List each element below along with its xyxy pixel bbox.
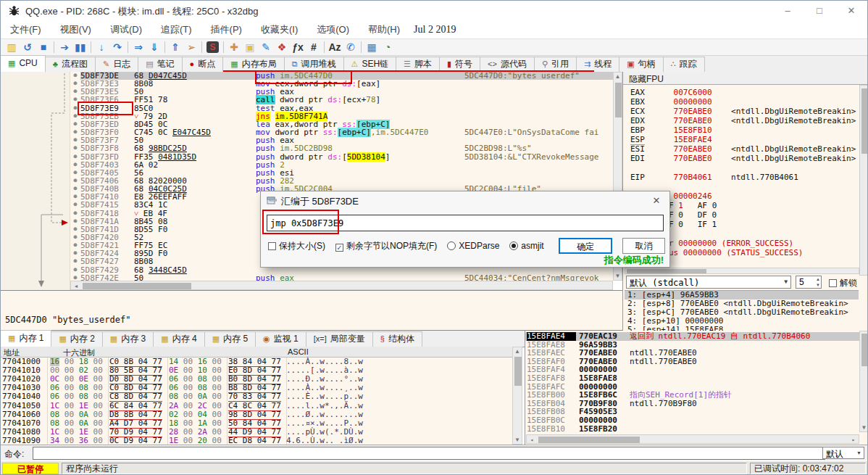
ok-button[interactable]: 确定 (559, 238, 613, 254)
modules-icon[interactable]: ✆ (343, 40, 359, 54)
xedparse-radio[interactable]: XEDParse (447, 241, 499, 251)
stack-row[interactable]: 15E8FB1015E8FB20 (525, 425, 868, 434)
step-out-icon[interactable]: ⇓ (146, 40, 162, 54)
register-line[interactable]: EDI 770EABE0 <ntdll.DbgUiRemoteBreakin> (630, 154, 859, 163)
dump-tab-内存 3[interactable]: ▦内存 3 (102, 331, 154, 347)
hash-icon[interactable]: # (306, 40, 322, 54)
register-line[interactable]: ESI 770EABE0 <ntdll.DbgUiRemoteBreakin> (630, 144, 859, 154)
breakpoint-dot-icon[interactable]: ● (70, 144, 80, 152)
tab-跟踪[interactable]: ∴跟踪 (663, 57, 705, 72)
menu-item[interactable]: 选项(O) (307, 21, 359, 38)
disasm-row[interactable]: ●5D8F73F0C745 0C E047C45Dmov dword ptr s… (70, 128, 613, 136)
dump-tab-局部变量[interactable]: [x=]局部变量 (306, 331, 373, 347)
breakpoint-dot-icon[interactable]: ● (70, 274, 80, 281)
tab-脚本[interactable]: ☰脚本 (396, 57, 440, 72)
dump-tab-结构体[interactable]: §结构体 (372, 331, 422, 347)
minimize-button[interactable]: – (772, 1, 804, 21)
menu-item[interactable]: 收藏夹(I) (251, 21, 307, 38)
breakpoint-dot-icon[interactable]: ● (70, 153, 80, 161)
register-line[interactable]: EBX 00000000 (630, 97, 859, 107)
registers-hscrollbar[interactable] (625, 268, 859, 274)
breakpoint-dot-icon[interactable]: ● (70, 104, 80, 112)
restart-icon[interactable]: ↺ (20, 40, 36, 54)
breakpoint-dot-icon[interactable]: ● (70, 241, 80, 249)
stack-hscrollbar[interactable]: ◂ ▸ (526, 434, 859, 444)
tab-源代码[interactable]: <>源代码 (480, 57, 535, 72)
breakpoint-dot-icon[interactable]: ● (70, 112, 80, 120)
stack-row[interactable]: 15E8FB0015E8FB6C指向SEH_Record[1]的指针 (525, 391, 868, 400)
breakpoint-dot-icon[interactable]: ● (70, 136, 80, 144)
register-line[interactable] (630, 163, 859, 173)
breakpoint-dot-icon[interactable]: ● (70, 120, 80, 128)
args-depth-spinner[interactable]: 5▲▼ (796, 276, 822, 289)
tab-CPU[interactable]: ▦CPU (0, 55, 46, 72)
breakpoint-dot-icon[interactable]: ● (70, 169, 80, 177)
cancel-button[interactable]: 取消 (622, 238, 665, 254)
dump-row[interactable]: 7704104006 00 08 00C8 8D 04 7708 00 0A 0… (1, 392, 512, 401)
breakpoint-dot-icon[interactable]: ● (70, 177, 80, 185)
functions-icon[interactable]: ƒx (290, 40, 306, 54)
stack-row[interactable]: 15E8FB0C00000000 (525, 416, 868, 425)
breakpoint-dot-icon[interactable]: ● (70, 210, 80, 218)
tab-句柄[interactable]: ▣句柄 (619, 57, 663, 72)
tab-SEH链[interactable]: ⚠SEH链 (343, 57, 397, 72)
dump-tab-监视 1[interactable]: ◉监视 1 (255, 331, 306, 347)
breakpoint-dot-icon[interactable]: ● (70, 161, 80, 169)
breakpoint-dot-icon[interactable]: ● (70, 266, 80, 274)
tab-调用堆栈[interactable]: ⧉调用堆栈 (284, 57, 344, 72)
register-line[interactable]: ESP 15E8FAE4 (630, 135, 859, 144)
assemble-instruction-input[interactable] (267, 215, 664, 231)
breakpoint-dot-icon[interactable]: ● (70, 257, 80, 265)
disasm-row[interactable]: ●5D8F742E50push eax5DC44034:"CenCent?nmM… (70, 274, 613, 281)
tab-笔记[interactable]: ▤笔记 (138, 57, 182, 72)
menu-item[interactable]: 插件(P) (201, 21, 251, 38)
stack-pane[interactable]: 15E8FAE4770EAC19返回到 ntdll.770EAC19 自 ntd… (525, 331, 868, 445)
maximize-button[interactable]: □ (804, 1, 835, 21)
step-over-icon[interactable]: ↷ (109, 40, 125, 54)
register-line[interactable]: EIP 770B4061 ntdll.770B4061 (630, 173, 859, 182)
register-line[interactable]: ECX 770EABE0 <ntdll.DbgUiRemoteBreakin> (630, 107, 859, 116)
stop-icon[interactable]: ■ (36, 40, 51, 54)
dump-vscrollbar[interactable]: ▲ ▼ (512, 347, 522, 445)
breakpoint-dot-icon[interactable]: ● (70, 218, 80, 226)
keep-size-checkbox[interactable]: 保持大小(S) (268, 240, 325, 252)
breakpoint-dot-icon[interactable]: ● (70, 249, 80, 257)
tab-符号[interactable]: ▮符号 (439, 57, 480, 72)
tab-引用[interactable]: ⚲引用 (534, 57, 577, 72)
unlock-checkbox[interactable]: 解锁 (829, 277, 857, 289)
dump-tab-内存 5[interactable]: ▦内存 5 (204, 331, 256, 347)
stack-vscrollbar[interactable]: ▼ (859, 331, 868, 432)
dump-tab-内存 1[interactable]: ▦内存 1 (0, 330, 51, 347)
breakpoint-dot-icon[interactable]: ● (70, 185, 80, 193)
command-mode-select[interactable]: 默认▼ (822, 447, 864, 459)
globe-icon[interactable]: ◔ (380, 40, 396, 54)
stack-row[interactable]: 15E8FAF400000000 (525, 365, 868, 374)
register-line[interactable]: EBP 15E8FB10 (630, 125, 859, 135)
dialog-close-icon[interactable]: ✕ (645, 191, 668, 210)
fill-nop-checkbox[interactable]: ✓剩余字节以NOP填充(F) (335, 240, 437, 252)
seh-badge-icon[interactable]: S (206, 41, 219, 53)
tab-线程[interactable]: ⇉线程 (576, 57, 619, 72)
register-line[interactable]: EDX 770EABE0 <ntdll.DbgUiRemoteBreakin> (630, 116, 859, 125)
disasm-row[interactable]: ●5D8F73E6FF51 78call dword ptr ds:[ecx+7… (70, 96, 613, 104)
patch-icon[interactable]: ✚ (226, 40, 242, 54)
menu-item[interactable]: 文件(F) (1, 21, 51, 38)
disasm-row[interactable]: ●5D8F73F868 98BDC25Dpush im.5DC2BD985DC2… (70, 144, 613, 152)
run-to-user-code-icon[interactable]: ➢ (183, 40, 199, 54)
breakpoint-dot-icon[interactable]: ● (70, 80, 80, 88)
breakpoint-dot-icon[interactable]: ● (70, 193, 80, 201)
run-icon[interactable]: ➔ (57, 40, 72, 54)
register-line[interactable]: EAX 007C6000 (630, 88, 859, 97)
asmjit-radio[interactable]: asmjit (509, 241, 543, 251)
stack-row[interactable]: 15E8FAF815E8FAE8 (525, 374, 868, 383)
menu-item[interactable]: 帮助(H) (359, 21, 409, 38)
tab-流程图[interactable]: ♣流程图 (45, 57, 96, 72)
dump-tab-内存 4[interactable]: ▦内存 4 (153, 331, 204, 347)
stack-row[interactable]: 15E8FB08F45905E3 (525, 408, 868, 416)
disasm-hscrollbar[interactable]: ◂ (70, 281, 613, 290)
dump-tab-内存 2[interactable]: ▦内存 2 (51, 331, 102, 347)
execute-till-return-icon[interactable]: ⇑ (167, 40, 183, 54)
hide-fpu-button[interactable]: 隐藏FPU (623, 72, 868, 85)
breakpoint-dot-icon[interactable]: ● (70, 96, 80, 104)
breakpoint-dot-icon[interactable]: ● (70, 234, 80, 241)
